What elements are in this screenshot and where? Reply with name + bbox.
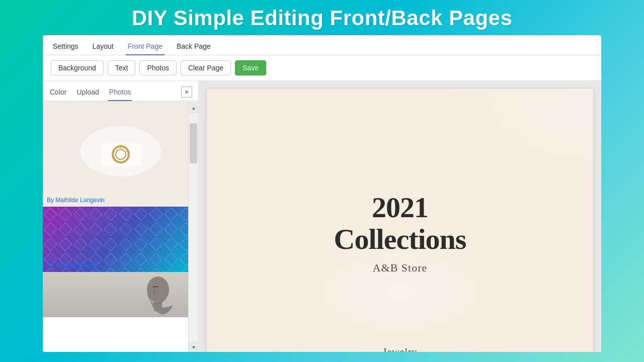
panel-tab-upload[interactable]: Upload — [75, 85, 100, 101]
scrollbar-thumb[interactable] — [190, 123, 197, 163]
nav-item-settings[interactable]: Settings — [51, 39, 80, 55]
photo-thumbnail-woman — [43, 272, 198, 317]
save-button[interactable]: Save — [235, 60, 266, 75]
svg-point-5 — [115, 147, 117, 149]
nav-item-layout[interactable]: Layout — [91, 39, 116, 55]
text-button[interactable]: Text — [108, 60, 136, 75]
list-item[interactable]: By Michael Dziedzic — [43, 207, 198, 272]
sidebar-panel: Color Upload Photos × — [43, 81, 199, 352]
canvas-area: 2021 Collections A&B Store Jewelry — [199, 81, 601, 352]
toolbar: Background Text Photos Clear Page Save — [43, 55, 601, 81]
panel-tab-color[interactable]: Color — [49, 85, 67, 101]
canvas-subtitle[interactable]: A&B Store — [303, 261, 497, 275]
canvas-bottom-text[interactable]: Jewelry — [382, 346, 417, 352]
scroll-up-arrow[interactable]: ▲ — [189, 103, 199, 113]
woman-silhouette-icon — [123, 272, 183, 317]
nav-bar: Settings Layout Front Page Back Page — [43, 35, 601, 55]
nav-item-back-page[interactable]: Back Page — [175, 39, 213, 55]
jewelry-ring-icon — [101, 141, 141, 166]
clear-page-button[interactable]: Clear Page — [181, 60, 231, 75]
panel-tabs: Color Upload Photos — [49, 85, 132, 101]
panel-tab-photos[interactable]: Photos — [108, 85, 132, 101]
canvas-content: 2021 Collections A&B Store — [303, 191, 497, 275]
background-button[interactable]: Background — [51, 60, 104, 75]
scrollbar-inner — [190, 113, 197, 342]
svg-point-3 — [119, 145, 122, 148]
photo-thumbnail-jewelry — [43, 101, 198, 207]
canvas-main-title[interactable]: 2021 Collections — [303, 191, 497, 255]
content-area: Color Upload Photos × — [43, 81, 601, 352]
svg-point-6 — [127, 150, 129, 152]
nav-item-front-page[interactable]: Front Page — [126, 39, 165, 55]
scrollbar-track: ▲ ▼ — [188, 103, 198, 352]
list-item[interactable] — [43, 272, 198, 317]
main-container: Settings Layout Front Page Back Page Bac… — [43, 35, 601, 352]
photos-button[interactable]: Photos — [139, 60, 177, 75]
close-panel-button[interactable]: × — [181, 86, 192, 98]
photo-caption-2: By Michael Dziedzic — [43, 260, 198, 272]
canvas-light-top — [442, 89, 593, 190]
photo-caption-1: By Mathilde Langevin — [43, 195, 198, 207]
scroll-down-arrow[interactable]: ▼ — [189, 342, 199, 352]
page-title: DIY Simple Editing Front/Back Pages — [0, 0, 644, 35]
svg-point-7 — [113, 150, 115, 152]
svg-point-4 — [125, 147, 127, 149]
page-canvas[interactable]: 2021 Collections A&B Store Jewelry — [207, 89, 593, 352]
list-item[interactable]: By Mathilde Langevin — [43, 101, 198, 207]
svg-point-11 — [147, 277, 169, 303]
photo-list[interactable]: By Mathilde Langevin — [43, 101, 198, 352]
panel-header: Color Upload Photos × — [43, 81, 198, 101]
